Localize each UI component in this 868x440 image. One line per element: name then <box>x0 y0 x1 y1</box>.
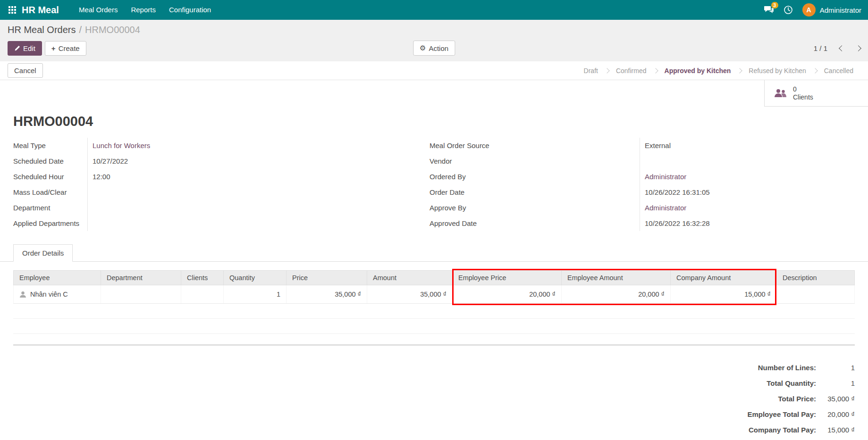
action-button[interactable]: ⚙ Action <box>413 41 455 56</box>
col-header-employee-price[interactable]: Employee Price <box>453 271 562 285</box>
apps-grid-icon[interactable] <box>8 6 16 14</box>
col-header-employee-amount[interactable]: Employee Amount <box>562 271 671 285</box>
status-step-approved-by-kitchen[interactable]: Approved by Kitchen <box>657 67 738 75</box>
form-sheet: 0 Clients HRMO00004 Meal Type Lunch for … <box>0 80 868 438</box>
col-header-amount[interactable]: Amount <box>367 271 453 285</box>
breadcrumb-parent[interactable]: HR Meal Orders <box>8 25 76 35</box>
col-header-company-amount[interactable]: Company Amount <box>671 271 777 285</box>
clients-count: 0 <box>793 85 813 93</box>
status-step-cancelled[interactable]: Cancelled <box>817 67 860 75</box>
cell-company-amount: 15,000 ₫ <box>671 285 777 304</box>
col-header-description[interactable]: Description <box>777 271 855 285</box>
status-step-draft[interactable]: Draft <box>577 67 605 75</box>
field-order-date: Order Date 10/26/2022 16:31:05 <box>430 184 855 200</box>
col-header-price[interactable]: Price <box>287 271 367 285</box>
empty-table-row <box>13 319 855 334</box>
clients-label: Clients <box>793 93 813 101</box>
field-value-scheduled-date: 10/27/2022 <box>87 153 430 169</box>
cancel-button[interactable]: Cancel <box>8 63 43 78</box>
person-icon <box>19 291 26 298</box>
cell-clients <box>181 285 224 304</box>
field-value-scheduled-hour: 12:00 <box>87 169 430 184</box>
cell-description <box>777 285 855 304</box>
status-step-confirmed[interactable]: Confirmed <box>609 67 654 75</box>
field-meal-type: Meal Type Lunch for Workers <box>13 138 430 153</box>
field-label: Scheduled Date <box>13 157 87 165</box>
field-value-department <box>87 200 430 216</box>
field-label: Approve By <box>430 204 640 212</box>
field-value-vendor <box>640 153 855 169</box>
field-value-approve-by[interactable]: Administrator <box>640 200 855 216</box>
cell-price: 35,000 ₫ <box>287 285 367 304</box>
pencil-icon <box>14 45 20 51</box>
empty-table-row <box>13 304 855 319</box>
fields-area: Meal Type Lunch for Workers Scheduled Da… <box>13 138 855 231</box>
status-steps: Draft Confirmed Approved by Kitchen Refu… <box>577 67 860 75</box>
user-menu[interactable]: A Administrator <box>802 3 861 17</box>
create-button[interactable]: + Create <box>45 41 86 56</box>
pager-count: 1 / 1 <box>814 44 827 52</box>
menu-meal-orders[interactable]: Meal Orders <box>72 0 125 20</box>
field-label: Meal Type <box>13 141 87 149</box>
field-label: Mass Load/Clear <box>13 188 87 196</box>
messages-icon[interactable]: 3 <box>764 5 774 15</box>
field-scheduled-hour: Scheduled Hour 12:00 <box>13 169 430 184</box>
field-mass-load-clear: Mass Load/Clear <box>13 184 430 200</box>
field-value-applied-departments <box>87 216 430 231</box>
field-applied-departments: Applied Departments <box>13 216 430 231</box>
total-number-of-lines: Number of Lines: 1 <box>13 360 855 375</box>
field-value-ordered-by[interactable]: Administrator <box>640 169 855 184</box>
tab-order-details[interactable]: Order Details <box>13 244 73 262</box>
field-department: Department <box>13 200 430 216</box>
menu-reports[interactable]: Reports <box>124 0 162 20</box>
field-value-order-date: 10/26/2022 16:31:05 <box>640 184 855 200</box>
field-label: Approved Date <box>430 219 640 227</box>
col-header-quantity[interactable]: Quantity <box>224 271 287 285</box>
notebook-tabs: Order Details <box>0 244 868 262</box>
cell-quantity: 1 <box>224 285 287 304</box>
field-vendor: Vendor <box>430 153 855 169</box>
totals-section: Number of Lines: 1 Total Quantity: 1 Tot… <box>13 360 855 438</box>
field-value-mass-load-clear <box>87 184 430 200</box>
cell-employee-amount: 20,000 ₫ <box>562 285 671 304</box>
activities-clock-icon[interactable] <box>784 5 793 15</box>
menu-configuration[interactable]: Configuration <box>162 0 218 20</box>
field-ordered-by: Ordered By Administrator <box>430 169 855 184</box>
people-icon <box>773 88 787 99</box>
pager-previous-icon[interactable] <box>839 45 845 51</box>
col-header-clients[interactable]: Clients <box>181 271 224 285</box>
col-header-department[interactable]: Department <box>101 271 181 285</box>
total-quantity: Total Quantity: 1 <box>13 375 855 391</box>
messages-badge: 3 <box>771 2 778 8</box>
field-approved-date: Approved Date 10/26/2022 16:32:28 <box>430 216 855 231</box>
field-label: Vendor <box>430 157 640 165</box>
pager-next-icon[interactable] <box>855 45 861 51</box>
pager: 1 / 1 <box>814 44 860 52</box>
total-employee-pay: Employee Total Pay: 20,000 ₫ <box>13 407 855 422</box>
status-step-refused-by-kitchen[interactable]: Refused by Kitchen <box>742 67 813 75</box>
record-title: HRMO00004 <box>13 113 868 129</box>
cell-employee: Nhân viên C <box>30 291 68 298</box>
user-name: Administrator <box>820 6 861 14</box>
field-label: Order Date <box>430 188 640 196</box>
breadcrumb: HR Meal Orders/HRMO00004 <box>8 24 860 36</box>
table-row[interactable]: Nhân viên C 1 35,000 ₫ 35,000 ₫ 20,000 ₫… <box>14 285 855 304</box>
app-brand[interactable]: HR Meal <box>22 5 59 16</box>
button-box-row: 0 Clients <box>0 80 868 107</box>
col-header-employee[interactable]: Employee <box>14 271 101 285</box>
breadcrumb-separator: / <box>79 25 82 35</box>
clients-stat-button[interactable]: 0 Clients <box>764 80 868 107</box>
total-price: Total Price: 35,000 ₫ <box>13 391 855 407</box>
control-panel: HR Meal Orders/HRMO00004 Edit + Create ⚙… <box>0 20 868 61</box>
gear-icon: ⚙ <box>420 44 426 52</box>
cell-employee-price: 20,000 ₫ <box>453 285 562 304</box>
field-label: Applied Departments <box>13 219 87 227</box>
cell-amount: 35,000 ₫ <box>367 285 453 304</box>
field-label: Department <box>13 204 87 212</box>
topbar: HR Meal Meal Orders Reports Configuratio… <box>0 0 868 20</box>
field-value-meal-type[interactable]: Lunch for Workers <box>87 138 430 153</box>
field-meal-order-source: Meal Order Source External <box>430 138 855 153</box>
edit-button[interactable]: Edit <box>8 41 42 56</box>
user-avatar: A <box>802 3 816 17</box>
order-lines-table-wrap: Employee Department Clients Quantity Pri… <box>13 270 855 304</box>
